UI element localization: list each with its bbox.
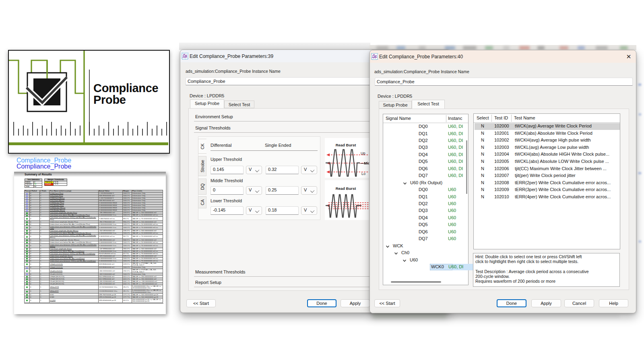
svg-text:—Mid: —Mid <box>360 161 369 165</box>
svg-text:Read Burst: Read Burst <box>336 186 357 191</box>
svg-text:Up: Up <box>361 151 365 155</box>
svg-text:Lo: Lo <box>361 172 365 176</box>
svg-text:Read Burst: Read Burst <box>336 143 357 147</box>
